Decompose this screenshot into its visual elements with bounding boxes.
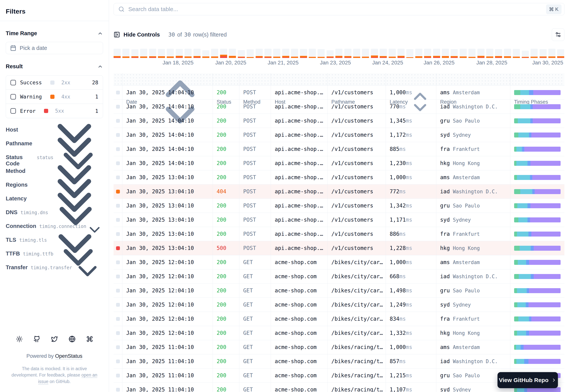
- globe-icon[interactable]: [69, 336, 76, 342]
- table-row[interactable]: Jan 30, 2025 12:04:10 200 GET acme-shop.…: [113, 298, 564, 312]
- timeline-bar[interactable]: [167, 49, 174, 58]
- timeline-bar[interactable]: [548, 49, 555, 58]
- timeline-bar[interactable]: [264, 49, 272, 58]
- timeline-bar[interactable]: [468, 49, 475, 58]
- timeline-bar[interactable]: [113, 49, 121, 58]
- timeline-bar[interactable]: [398, 49, 404, 58]
- timeline-bar[interactable]: [122, 49, 129, 58]
- table-row[interactable]: Jan 30, 2025 13:04:10 200 POST api.acme-…: [113, 227, 564, 241]
- table-row[interactable]: Jan 30, 2025 13:04:10 500 POST api.acme-…: [113, 241, 564, 255]
- table-row[interactable]: Jan 30, 2025 13:04:10 200 POST api.acme-…: [113, 213, 564, 227]
- row-status-indicator-cell[interactable]: [113, 368, 122, 382]
- table-row[interactable]: Jan 30, 2025 13:04:10 404 POST api.acme-…: [113, 184, 564, 199]
- row-status-indicator-cell[interactable]: [113, 184, 122, 198]
- table-row[interactable]: Jan 30, 2025 12:04:10 200 GET acme-shop.…: [113, 255, 564, 269]
- timeline-bar[interactable]: [371, 49, 378, 58]
- timeline-bar[interactable]: [300, 49, 307, 58]
- timeline-bar[interactable]: [513, 49, 520, 58]
- table-row[interactable]: Jan 30, 2025 12:04:10 200 GET acme-shop.…: [113, 326, 564, 340]
- table-row[interactable]: Jan 30, 2025 11:04:10 200 GET acme-shop.…: [113, 383, 564, 392]
- search-input[interactable]: [128, 6, 546, 13]
- timeline-bar[interactable]: [256, 49, 263, 58]
- table-row[interactable]: Jan 30, 2025 14:04:10 200 POST api.acme-…: [113, 85, 564, 100]
- timeline-bar[interactable]: [353, 49, 360, 58]
- timeline-bar[interactable]: [557, 49, 564, 58]
- timeline-bar[interactable]: [522, 49, 529, 58]
- table-row[interactable]: Jan 30, 2025 11:04:10 200 GET acme-shop.…: [113, 340, 564, 354]
- checkbox[interactable]: [11, 80, 16, 85]
- row-status-indicator-cell[interactable]: [113, 241, 122, 255]
- timeline-bar[interactable]: [220, 49, 227, 58]
- timeline-bar[interactable]: [131, 49, 139, 58]
- row-status-indicator-cell[interactable]: [113, 312, 122, 326]
- checkbox[interactable]: [11, 108, 16, 113]
- timeline-bar[interactable]: [442, 49, 449, 58]
- result-item-success[interactable]: Success 2xx 28: [6, 76, 103, 90]
- timeline-bar[interactable]: [486, 49, 493, 58]
- row-status-indicator-cell[interactable]: [113, 114, 122, 128]
- sun-icon[interactable]: [16, 336, 23, 342]
- row-status-indicator-cell[interactable]: [113, 227, 122, 241]
- timeline-bar[interactable]: [362, 49, 369, 58]
- timeline-bar[interactable]: [238, 49, 245, 58]
- row-status-indicator-cell[interactable]: [113, 326, 122, 340]
- timeline-bar[interactable]: [140, 49, 147, 58]
- openstatus-link[interactable]: OpenStatus: [55, 353, 83, 359]
- row-status-indicator-cell[interactable]: [113, 340, 122, 354]
- row-status-indicator-cell[interactable]: [113, 199, 122, 213]
- github-icon[interactable]: [33, 336, 40, 342]
- row-status-indicator-cell[interactable]: [113, 170, 122, 184]
- row-status-indicator-cell[interactable]: [113, 284, 122, 297]
- row-status-indicator-cell[interactable]: [113, 128, 122, 142]
- timeline-bar[interactable]: [229, 49, 236, 58]
- checkbox[interactable]: [11, 94, 16, 99]
- timeline-bar[interactable]: [247, 49, 254, 58]
- table-row[interactable]: Jan 30, 2025 12:04:10 200 GET acme-shop.…: [113, 269, 564, 284]
- row-status-indicator-cell[interactable]: [113, 85, 122, 99]
- timeline-bar[interactable]: [495, 49, 502, 58]
- timeline-bar[interactable]: [540, 49, 547, 58]
- timeline-bar[interactable]: [202, 49, 209, 58]
- timeline-bar[interactable]: [273, 49, 280, 58]
- timeline-bar[interactable]: [309, 49, 316, 58]
- row-status-indicator-cell[interactable]: [113, 213, 122, 227]
- table-row[interactable]: Jan 30, 2025 11:04:10 200 GET acme-shop.…: [113, 354, 564, 368]
- table-row[interactable]: Jan 30, 2025 14:04:10 200 POST api.acme-…: [113, 114, 564, 128]
- table-row[interactable]: Jan 30, 2025 14:04:10 200 POST api.acme-…: [113, 128, 564, 142]
- timeline-bar[interactable]: [477, 49, 485, 58]
- row-status-indicator-cell[interactable]: [113, 255, 122, 269]
- row-status-indicator-cell[interactable]: [113, 156, 122, 170]
- row-status-indicator-cell[interactable]: [113, 354, 122, 368]
- timeline-bar[interactable]: [211, 49, 218, 58]
- timeline-bar[interactable]: [406, 49, 413, 58]
- table-row[interactable]: Jan 30, 2025 12:04:10 200 GET acme-shop.…: [113, 312, 564, 326]
- row-status-indicator-cell[interactable]: [113, 298, 122, 312]
- timeline-bar[interactable]: [318, 49, 325, 58]
- section-result[interactable]: Result: [6, 63, 103, 70]
- timeline-bar[interactable]: [184, 49, 192, 58]
- hide-controls-button[interactable]: Hide Controls: [113, 31, 160, 38]
- timeline-bar[interactable]: [282, 49, 289, 58]
- date-picker-button[interactable]: Pick a date: [6, 42, 103, 54]
- timeline-bar[interactable]: [389, 49, 396, 58]
- row-status-indicator-cell[interactable]: [113, 269, 122, 283]
- timeline-bar[interactable]: [194, 49, 201, 58]
- timeline-bar[interactable]: [424, 49, 431, 58]
- timeline-bar[interactable]: [344, 49, 351, 58]
- timeline-bar[interactable]: [291, 49, 298, 58]
- timeline-bar[interactable]: [531, 49, 538, 58]
- twitter-icon[interactable]: [51, 336, 58, 342]
- table-row[interactable]: Jan 30, 2025 12:04:10 200 GET acme-shop.…: [113, 284, 564, 298]
- table-row[interactable]: Jan 30, 2025 11:04:10 200 GET acme-shop.…: [113, 368, 564, 383]
- timeline-bar[interactable]: [149, 49, 156, 58]
- row-status-indicator-cell[interactable]: [113, 100, 122, 113]
- timeline-bar[interactable]: [451, 49, 458, 58]
- row-status-indicator-cell[interactable]: [113, 142, 122, 156]
- timeline-bar[interactable]: [504, 49, 511, 58]
- table-row[interactable]: Jan 30, 2025 13:04:10 200 POST api.acme-…: [113, 170, 564, 184]
- timeline-bar[interactable]: [327, 49, 334, 58]
- timeline-bar[interactable]: [433, 49, 440, 58]
- timeline-bar[interactable]: [158, 49, 165, 58]
- command-icon[interactable]: [86, 336, 93, 342]
- table-row[interactable]: Jan 30, 2025 13:04:10 200 POST api.acme-…: [113, 199, 564, 213]
